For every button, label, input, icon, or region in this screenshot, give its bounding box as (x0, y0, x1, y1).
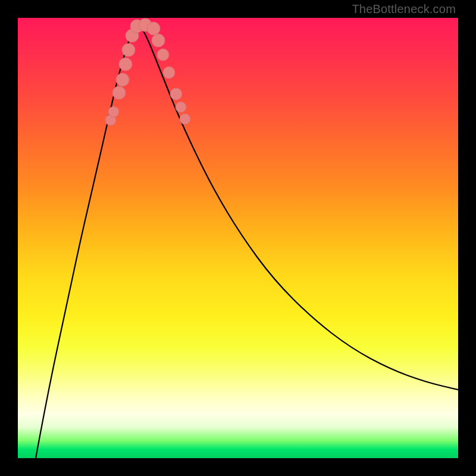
chart-frame: TheBottleneck.com (0, 0, 476, 476)
data-point-marker (180, 114, 190, 124)
curve-right-branch (138, 23, 458, 390)
curve-layer (18, 18, 458, 458)
plot-area (18, 18, 458, 458)
data-point-marker (147, 22, 160, 35)
data-point-marker (112, 86, 126, 99)
watermark-label: TheBottleneck.com (352, 2, 456, 16)
data-point-marker (176, 102, 186, 112)
data-point-marker (157, 49, 169, 61)
data-point-marker (170, 88, 182, 100)
data-point-marker (119, 58, 132, 71)
data-point-marker (116, 73, 129, 86)
data-point-marker (108, 107, 119, 117)
marker-group (105, 18, 190, 126)
data-point-marker (163, 67, 175, 79)
data-point-marker (122, 43, 135, 57)
data-point-marker (152, 34, 165, 47)
